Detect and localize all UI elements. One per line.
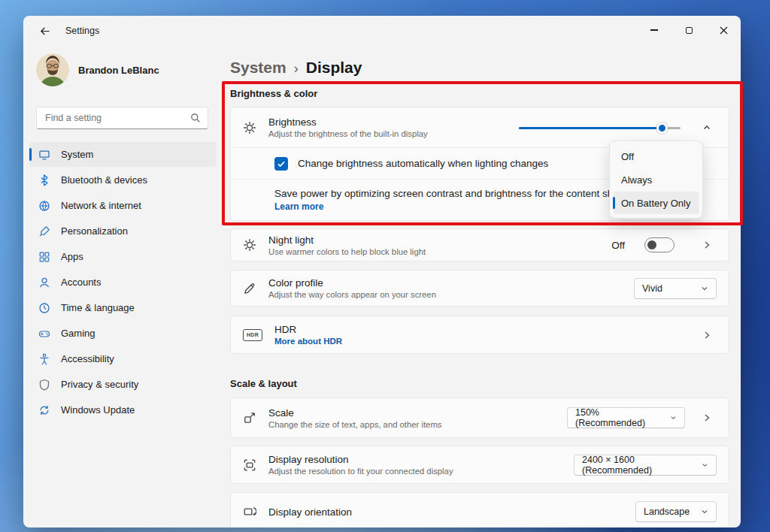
orientation-row: Display orientation Landscape <box>231 493 729 527</box>
system-icon <box>38 149 50 161</box>
sidebar-item-apps[interactable]: Apps <box>29 244 217 269</box>
chevron-down-icon <box>702 461 708 469</box>
breadcrumb-root[interactable]: System <box>230 59 286 77</box>
sidebar-item-network[interactable]: Network & internet <box>29 193 217 218</box>
gamepad-icon <box>38 328 50 340</box>
scale-icon <box>243 411 256 425</box>
titlebar: Settings <box>23 16 741 46</box>
sidebar-item-label: Network & internet <box>61 200 141 211</box>
window-controls <box>637 16 741 44</box>
color-profile-card: Color profile Adjust the way colors appe… <box>230 270 729 307</box>
close-button[interactable] <box>706 16 741 44</box>
slider-thumb[interactable] <box>656 122 668 134</box>
night-light-icon <box>243 238 256 252</box>
resolution-subtitle: Adjust the resolution to fit your connec… <box>268 467 453 476</box>
sidebar-item-label: System <box>61 149 93 160</box>
section-header-brightness: Brightness & color <box>230 88 729 101</box>
resolution-title: Display resolution <box>268 454 453 465</box>
color-profile-value: Vivid <box>642 283 662 294</box>
page-title: Display <box>306 59 362 77</box>
bluetooth-icon <box>38 174 50 186</box>
sidebar-item-personalization[interactable]: Personalization <box>29 219 217 243</box>
display-orientation-icon <box>243 505 256 518</box>
sidebar-item-bluetooth[interactable]: Bluetooth & devices <box>29 168 217 192</box>
avatar <box>36 53 69 86</box>
accessibility-icon <box>38 353 50 365</box>
menu-item-label: Always <box>621 174 652 186</box>
night-light-state: Off <box>611 240 625 251</box>
sidebar-item-accessibility[interactable]: Accessibility <box>29 346 217 371</box>
back-button[interactable] <box>31 19 58 43</box>
orientation-value: Landscape <box>644 506 690 517</box>
update-icon <box>38 404 50 416</box>
color-profile-select[interactable]: Vivid <box>634 278 717 299</box>
resolution-card: Display resolution Adjust the resolution… <box>230 446 729 484</box>
menu-item-label: Off <box>621 151 634 162</box>
sidebar-item-gaming[interactable]: Gaming <box>29 321 217 346</box>
hdr-icon: HDR <box>243 329 262 341</box>
chevron-right-icon <box>702 413 711 422</box>
window-title: Settings <box>65 26 99 36</box>
breadcrumb: System › Display <box>230 55 729 80</box>
sidebar-item-label: Windows Update <box>61 404 135 416</box>
sidebar-item-label: Personalization <box>61 225 128 237</box>
orientation-select[interactable]: Landscape <box>635 501 717 522</box>
minimize-button[interactable] <box>637 16 671 44</box>
resolution-select[interactable]: 2400 × 1600 (Recommended) <box>574 455 717 476</box>
night-light-row[interactable]: Night light Use warmer colors to help bl… <box>231 229 729 261</box>
shield-icon <box>38 379 50 391</box>
scale-card: Scale Change the size of text, apps, and… <box>230 397 729 438</box>
search-icon <box>190 113 201 123</box>
night-light-toggle[interactable] <box>644 237 675 252</box>
sidebar-item-label: Accounts <box>61 277 101 288</box>
sidebar-item-privacy[interactable]: Privacy & security <box>29 372 217 397</box>
sidebar-item-time-language[interactable]: Time & language <box>29 295 217 320</box>
sidebar-item-label: Accessibility <box>61 353 114 364</box>
maximize-button[interactable] <box>671 16 706 44</box>
account-row[interactable]: Brandon LeBlanc <box>36 53 223 86</box>
auto-brightness-checkbox[interactable] <box>274 157 288 171</box>
night-light-open-button[interactable] <box>697 240 717 249</box>
section-header-scale: Scale & layout <box>230 378 729 391</box>
settings-window: Settings Bra <box>23 16 741 527</box>
chevron-up-icon <box>702 123 711 132</box>
scale-title: Scale <box>268 407 441 419</box>
menu-item-off[interactable]: Off <box>613 145 699 168</box>
resolution-value: 2400 × 1600 (Recommended) <box>582 455 691 476</box>
main-content: System › Display Brightness & color Brig… <box>223 46 741 527</box>
sidebar-item-label: Time & language <box>61 302 135 313</box>
collapse-button[interactable] <box>697 123 717 132</box>
brightness-slider[interactable] <box>519 121 681 135</box>
night-light-card: Night light Use warmer colors to help bl… <box>230 228 729 261</box>
hdr-row[interactable]: HDR HDR More about HDR <box>231 316 729 353</box>
hdr-link[interactable]: More about HDR <box>274 337 342 346</box>
scale-subtitle: Change the size of text, apps, and other… <box>268 420 441 429</box>
hdr-open-button[interactable] <box>697 331 717 340</box>
color-profile-row: Color profile Adjust the way colors appe… <box>231 271 729 306</box>
color-profile-subtitle: Adjust the way colors appear on your scr… <box>268 290 436 299</box>
account-name: Brandon LeBlanc <box>78 65 159 76</box>
apps-icon <box>38 251 50 263</box>
sidebar-item-accounts[interactable]: Accounts <box>29 270 217 295</box>
search-box[interactable] <box>36 107 208 129</box>
search-input[interactable] <box>45 113 190 123</box>
orientation-card: Display orientation Landscape <box>230 492 729 527</box>
menu-item-always[interactable]: Always <box>613 168 699 191</box>
chevron-right-icon <box>702 240 711 249</box>
scale-row[interactable]: Scale Change the size of text, apps, and… <box>231 398 729 437</box>
scale-open-button[interactable] <box>697 413 717 422</box>
breadcrumb-separator-icon: › <box>294 59 299 77</box>
auto-brightness-label: Change brightness automatically when lig… <box>298 158 548 169</box>
sidebar-item-windows-update[interactable]: Windows Update <box>29 397 217 422</box>
maximize-icon <box>686 27 693 34</box>
sidebar-nav: System Bluetooth & devices Network & int… <box>23 142 223 422</box>
network-icon <box>38 200 50 212</box>
personalization-icon <box>38 225 50 237</box>
learn-more-link[interactable]: Learn more <box>274 201 323 212</box>
chevron-right-icon <box>702 331 711 340</box>
scale-select[interactable]: 150% (Recommended) <box>567 407 685 428</box>
sidebar-item-system[interactable]: System <box>29 142 217 167</box>
color-profile-title: Color profile <box>268 277 436 289</box>
display-resolution-icon <box>243 458 256 472</box>
menu-item-on-battery-only[interactable]: On Battery Only <box>613 192 699 214</box>
